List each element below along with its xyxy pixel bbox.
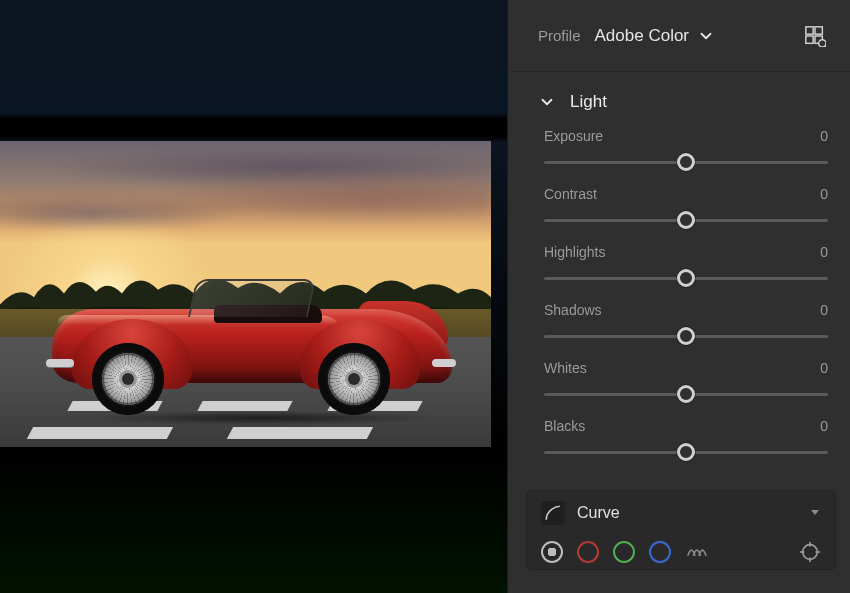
whites-value[interactable]: 0	[820, 360, 828, 376]
exposure-slider[interactable]: Exposure 0	[544, 128, 828, 172]
blue-channel-button[interactable]	[649, 541, 671, 563]
exposure-value[interactable]: 0	[820, 128, 828, 144]
light-section-toggle[interactable]: Light	[538, 92, 828, 112]
svg-rect-0	[806, 26, 813, 33]
shadows-thumb[interactable]	[677, 327, 695, 345]
luminance-channel-button[interactable]	[685, 541, 707, 563]
profile-row: Profile Adobe Color	[508, 0, 850, 72]
highlights-label: Highlights	[544, 244, 605, 260]
contrast-label: Contrast	[544, 186, 597, 202]
exposure-label: Exposure	[544, 128, 603, 144]
triangle-down-icon[interactable]	[809, 504, 821, 522]
curve-section-toggle[interactable]: Curve	[527, 491, 835, 535]
curve-title: Curve	[577, 504, 620, 522]
light-sliders: Exposure 0 Contrast 0 Highlights 0	[538, 128, 828, 462]
highlights-slider[interactable]: Highlights 0	[544, 244, 828, 288]
target-adjustment-button[interactable]	[799, 541, 821, 563]
shadows-slider[interactable]: Shadows 0	[544, 302, 828, 346]
highlights-value[interactable]: 0	[820, 244, 828, 260]
exposure-thumb[interactable]	[677, 153, 695, 171]
chevron-down-icon[interactable]	[697, 27, 715, 45]
preview-image[interactable]	[0, 141, 491, 447]
shadows-value[interactable]: 0	[820, 302, 828, 318]
app-root: Profile Adobe Color	[0, 0, 850, 593]
blacks-thumb[interactable]	[677, 443, 695, 461]
svg-rect-2	[806, 36, 813, 43]
svg-point-4	[819, 39, 826, 46]
photo-subject-car	[52, 271, 452, 411]
contrast-slider[interactable]: Contrast 0	[544, 186, 828, 230]
whites-thumb[interactable]	[677, 385, 695, 403]
highlights-thumb[interactable]	[677, 269, 695, 287]
green-channel-button[interactable]	[613, 541, 635, 563]
blacks-label: Blacks	[544, 418, 585, 434]
parametric-channel-button[interactable]	[541, 541, 563, 563]
svg-point-6	[803, 545, 818, 560]
red-channel-button[interactable]	[577, 541, 599, 563]
contrast-thumb[interactable]	[677, 211, 695, 229]
profile-label: Profile	[538, 27, 581, 44]
curve-section: Curve	[526, 490, 836, 570]
profile-dropdown[interactable]: Adobe Color	[595, 26, 690, 46]
edit-panel: Profile Adobe Color	[507, 0, 850, 593]
light-section: Light Exposure 0 Contrast 0	[508, 72, 850, 482]
svg-line-5	[825, 46, 826, 47]
whites-label: Whites	[544, 360, 587, 376]
shadows-label: Shadows	[544, 302, 602, 318]
profile-browser-button[interactable]	[802, 23, 828, 49]
blacks-slider[interactable]: Blacks 0	[544, 418, 828, 462]
image-viewer[interactable]	[0, 0, 507, 593]
curve-channel-row	[527, 535, 835, 569]
contrast-value[interactable]: 0	[820, 186, 828, 202]
svg-rect-1	[815, 26, 822, 33]
light-title: Light	[570, 92, 607, 112]
curve-icon	[541, 501, 565, 525]
whites-slider[interactable]: Whites 0	[544, 360, 828, 404]
chevron-down-icon	[538, 93, 556, 111]
blacks-value[interactable]: 0	[820, 418, 828, 434]
